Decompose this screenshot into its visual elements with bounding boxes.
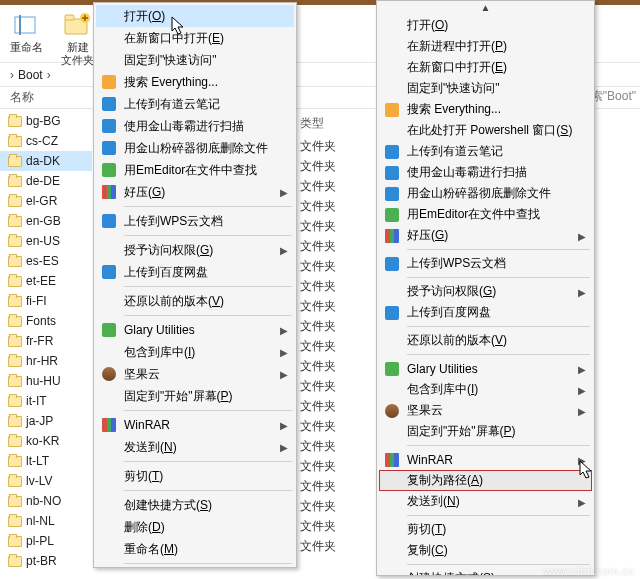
menu-item[interactable]: 发送到(N)▶ — [96, 436, 294, 458]
menu-item[interactable]: 上传到百度网盘 — [379, 302, 592, 323]
menu-item[interactable]: 固定到"快速访问" — [379, 78, 592, 99]
menu-item[interactable]: 发送到(N)▶ — [379, 491, 592, 512]
circle-br-icon — [384, 403, 400, 419]
folder-label: pt-BR — [26, 554, 57, 568]
menu-item[interactable]: 重命名(M) — [96, 538, 294, 560]
menu-scroll-up[interactable]: ▲ — [379, 3, 592, 15]
folder-item[interactable]: nb-NO — [0, 491, 92, 511]
menu-item[interactable]: 打开(O) — [379, 15, 592, 36]
menu-item-label: 搜索 Everything... — [407, 101, 501, 118]
menu-item[interactable]: 授予访问权限(G)▶ — [379, 281, 592, 302]
folder-item[interactable]: et-EE — [0, 271, 92, 291]
folder-label: hu-HU — [26, 374, 61, 388]
folder-icon — [8, 296, 22, 307]
menu-item[interactable]: 复制(C) — [379, 540, 592, 561]
column-type-header[interactable]: 类型 — [300, 113, 378, 137]
folder-item[interactable]: pl-PL — [0, 531, 92, 551]
menu-item[interactable]: 包含到库中(I)▶ — [96, 341, 294, 363]
menu-item[interactable]: 固定到"快速访问" — [96, 49, 294, 71]
menu-item[interactable]: 在新窗口中打开(E) — [379, 57, 592, 78]
menu-item-label: 固定到"快速访问" — [407, 80, 500, 97]
submenu-arrow-icon: ▶ — [578, 286, 586, 297]
menu-item[interactable]: 剪切(T) — [379, 519, 592, 540]
folder-label: et-EE — [26, 274, 56, 288]
folder-item[interactable]: cs-CZ — [0, 131, 92, 151]
menu-item[interactable]: 坚果云▶ — [379, 400, 592, 421]
folder-item[interactable]: bg-BG — [0, 111, 92, 131]
folder-item[interactable]: it-IT — [0, 391, 92, 411]
menu-item[interactable]: 好压(G)▶ — [96, 181, 294, 203]
menu-item[interactable]: 创建快捷方式(S) — [96, 494, 294, 516]
books-icon — [101, 417, 117, 433]
folder-item[interactable]: lt-LT — [0, 451, 92, 471]
folder-item[interactable]: nl-NL — [0, 511, 92, 531]
menu-separator — [124, 235, 292, 236]
folder-item[interactable]: hu-HU — [0, 371, 92, 391]
type-cell: 文件夹 — [300, 317, 378, 337]
folder-item[interactable]: el-GR — [0, 191, 92, 211]
menu-item[interactable]: 在新进程中打开(P) — [379, 36, 592, 57]
menu-item[interactable]: WinRAR▶ — [379, 449, 592, 470]
context-menu-right[interactable]: ▲打开(O)在新进程中打开(P)在新窗口中打开(E)固定到"快速访问"搜索 Ev… — [376, 0, 595, 576]
menu-item[interactable]: 上传到WPS云文档 — [96, 210, 294, 232]
file-list[interactable]: bg-BGcs-CZda-DKde-DEel-GRen-GBen-USes-ES… — [0, 109, 92, 579]
menu-item[interactable]: 打开(O) — [96, 5, 294, 27]
menu-item[interactable]: WinRAR▶ — [96, 414, 294, 436]
folder-item[interactable]: Fonts — [0, 311, 92, 331]
menu-item[interactable]: 好压(G)▶ — [379, 225, 592, 246]
new-folder-button[interactable]: 新建 文件夹 — [57, 9, 98, 69]
rename-button[interactable]: 重命名 — [6, 9, 47, 56]
breadcrumb-item[interactable]: Boot — [18, 68, 43, 82]
folder-icon — [8, 156, 22, 167]
type-cell: 文件夹 — [300, 137, 378, 157]
menu-item[interactable]: Glary Utilities▶ — [96, 319, 294, 341]
folder-item[interactable]: hr-HR — [0, 351, 92, 371]
folder-item[interactable]: ja-JP — [0, 411, 92, 431]
menu-item[interactable]: 属性(R) — [96, 567, 294, 568]
menu-item[interactable]: 还原以前的版本(V) — [379, 330, 592, 351]
menu-item[interactable]: 还原以前的版本(V) — [96, 290, 294, 312]
menu-item[interactable]: 删除(D) — [96, 516, 294, 538]
menu-separator — [124, 206, 292, 207]
menu-item[interactable]: 上传到有道云笔记 — [379, 141, 592, 162]
menu-item[interactable]: 复制为路径(A) — [379, 470, 592, 491]
menu-item[interactable]: 用金山粉碎器彻底删除文件 — [379, 183, 592, 204]
folder-item[interactable]: da-DK — [0, 151, 92, 171]
folder-item[interactable]: ko-KR — [0, 431, 92, 451]
folder-item[interactable]: es-ES — [0, 251, 92, 271]
folder-item[interactable]: lv-LV — [0, 471, 92, 491]
folder-item[interactable]: en-GB — [0, 211, 92, 231]
menu-item[interactable]: 授予访问权限(G)▶ — [96, 239, 294, 261]
menu-item[interactable]: 剪切(T) — [96, 465, 294, 487]
context-menu-left[interactable]: 打开(O)在新窗口中打开(E)固定到"快速访问"搜索 Everything...… — [93, 2, 297, 568]
folder-label: de-DE — [26, 174, 60, 188]
sq-bl-icon — [101, 96, 117, 112]
menu-item[interactable]: 包含到库中(I)▶ — [379, 379, 592, 400]
menu-item-label: Glary Utilities — [407, 362, 478, 376]
folder-item[interactable]: de-DE — [0, 171, 92, 191]
menu-item[interactable]: 上传到有道云笔记 — [96, 93, 294, 115]
menu-item[interactable]: 使用金山毒霸进行扫描 — [379, 162, 592, 183]
submenu-arrow-icon: ▶ — [280, 442, 288, 453]
menu-item[interactable]: 用金山粉碎器彻底删除文件 — [96, 137, 294, 159]
folder-item[interactable]: en-US — [0, 231, 92, 251]
menu-item[interactable]: 在此处打开 Powershell 窗口(S) — [379, 120, 592, 141]
menu-item[interactable]: 上传到WPS云文档 — [379, 253, 592, 274]
menu-item[interactable]: 搜索 Everything... — [96, 71, 294, 93]
folder-label: es-ES — [26, 254, 59, 268]
menu-item[interactable]: 用EmEditor在文件中查找 — [96, 159, 294, 181]
folder-item[interactable]: fr-FR — [0, 331, 92, 351]
menu-item-label: 包含到库中(I) — [407, 381, 478, 398]
menu-item[interactable]: 固定到"开始"屏幕(P) — [379, 421, 592, 442]
menu-item[interactable]: Glary Utilities▶ — [379, 358, 592, 379]
menu-item[interactable]: 上传到百度网盘 — [96, 261, 294, 283]
folder-item[interactable]: fi-FI — [0, 291, 92, 311]
menu-item[interactable]: 在新窗口中打开(E) — [96, 27, 294, 49]
menu-item[interactable]: 使用金山毒霸进行扫描 — [96, 115, 294, 137]
folder-item[interactable]: pt-BR — [0, 551, 92, 571]
menu-item[interactable]: 搜索 Everything... — [379, 99, 592, 120]
menu-item[interactable]: 固定到"开始"屏幕(P) — [96, 385, 294, 407]
menu-item[interactable]: 用EmEditor在文件中查找 — [379, 204, 592, 225]
folder-icon — [8, 536, 22, 547]
menu-item[interactable]: 坚果云▶ — [96, 363, 294, 385]
